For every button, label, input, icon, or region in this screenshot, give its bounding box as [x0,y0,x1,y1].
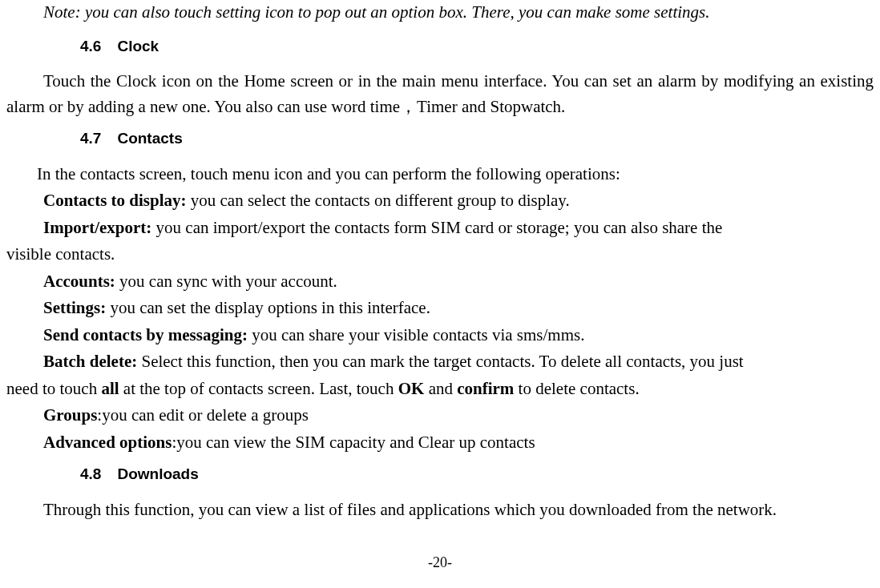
section-4-8-body: Through this function, you can view a li… [6,497,874,523]
settings-text: you can set the display options in this … [106,298,430,317]
heading-4-6: 4.6Clock [80,35,874,58]
send-contacts-item: Send contacts by messaging: you can shar… [6,323,874,348]
heading-4-7-title: Contacts [117,130,182,147]
batch-delete-all-bold: all [101,379,119,398]
contacts-to-display-item: Contacts to display: you can select the … [6,188,874,214]
groups-item: Groups:you can edit or delete a groups [6,403,874,429]
heading-4-6-num: 4.6 [80,35,101,58]
heading-4-7-num: 4.7 [80,127,101,151]
groups-text: :you can edit or delete a groups [97,405,309,425]
batch-delete-ok-bold: OK [398,379,425,398]
batch-delete-text2b: at the top of contacts screen. Last, tou… [119,379,398,398]
import-export-line2: visible contacts. [6,242,874,268]
batch-delete-line1: Batch delete: Select this function, then… [6,349,874,375]
batch-delete-label: Batch delete: [43,352,137,371]
send-contacts-text: you can share your visible contacts via … [248,325,585,344]
section-4-6-body: Touch the Clock icon on the Home screen … [6,69,874,119]
page-number: -20- [0,552,880,574]
heading-4-8: 4.8Downloads [80,463,874,486]
batch-delete-text2d: to delete contacts. [514,379,639,398]
contacts-to-display-text: you can select the contacts on different… [187,191,570,210]
import-export-line1: Import/export: you can import/export the… [6,215,874,241]
accounts-label: Accounts: [43,272,115,291]
accounts-item: Accounts: you can sync with your account… [6,269,874,295]
send-contacts-label: Send contacts by messaging: [43,325,248,344]
groups-label: Groups [43,405,97,425]
heading-4-7: 4.7Contacts [80,127,874,151]
import-export-text1: you can import/export the contacts form … [151,218,722,237]
contacts-to-display-label: Contacts to display: [43,191,187,210]
settings-label: Settings: [43,298,106,317]
import-export-label: Import/export: [43,218,151,237]
advanced-text: :you can view the SIM capacity and Clear… [172,433,535,452]
section-4-7-intro: In the contacts screen, touch menu icon … [6,162,874,187]
accounts-text: you can sync with your account. [115,272,337,291]
batch-delete-text2c: and [424,379,457,398]
batch-delete-confirm-bold: confirm [457,379,514,398]
heading-4-8-title: Downloads [117,465,198,482]
batch-delete-text2a: need to touch [6,379,101,398]
note-text: Note: you can also touch setting icon to… [43,0,874,26]
heading-4-6-title: Clock [117,38,159,54]
heading-4-8-num: 4.8 [80,463,101,486]
settings-item: Settings: you can set the display option… [6,296,874,321]
batch-delete-line2: need to touch all at the top of contacts… [6,377,874,402]
batch-delete-text1: Select this function, then you can mark … [137,352,743,371]
advanced-item: Advanced options:you can view the SIM ca… [6,430,874,456]
advanced-label: Advanced options [43,433,172,452]
